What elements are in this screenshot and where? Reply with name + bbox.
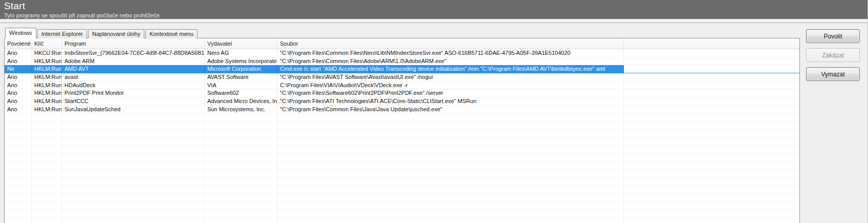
table-row-selected[interactable]: Ne HKLM:Run AMD AVT Microsoft Corporatio… xyxy=(5,65,799,73)
empty-cell xyxy=(5,186,32,194)
empty-cell xyxy=(624,194,799,201)
cell-file: C:\Program Files\VIA\VIAudioi\VDeck\VDec… xyxy=(277,82,624,89)
empty-cell xyxy=(205,186,277,194)
empty-cell xyxy=(5,146,32,153)
empty-table-row xyxy=(5,138,799,146)
vymazat-button[interactable]: Vymazat xyxy=(806,67,860,81)
table-header-row: Povolené Klíč Program Vydavatel Soubor xyxy=(5,38,799,49)
cell-publisher: Nero AG xyxy=(205,49,277,57)
empty-cell xyxy=(5,178,32,186)
table-row[interactable]: Ano HKLM:Run Adobe ARM Adobe Systems Inc… xyxy=(5,57,799,66)
empty-cell xyxy=(32,130,62,137)
empty-table-row xyxy=(5,186,799,194)
cell-file: "C:\Program Files\Common Files\Adobe\ARM… xyxy=(277,57,624,65)
empty-cell xyxy=(624,154,799,161)
empty-cell xyxy=(205,138,277,146)
empty-cell xyxy=(5,154,32,161)
cell-key: HKLM:Run xyxy=(32,97,62,105)
empty-cell xyxy=(277,121,624,129)
empty-cell xyxy=(624,162,799,170)
tab-scheduled-tasks[interactable]: Naplánované úlohy xyxy=(88,29,144,38)
empty-cell xyxy=(62,194,205,201)
cell-file: "C:\Program Files\Common Files\Java\Java… xyxy=(277,106,624,113)
cell-program: Adobe ARM xyxy=(62,57,205,65)
empty-cell xyxy=(277,130,624,137)
cell-file: "C:\Program Files\AVAST Software\Avast\a… xyxy=(277,73,624,81)
cell-program: HDAudDeck xyxy=(62,82,205,89)
empty-cell xyxy=(5,162,32,170)
cell-publisher: Adobe Systems Incorporated xyxy=(205,57,277,65)
empty-cell xyxy=(624,114,799,121)
cell-enabled: Ano xyxy=(5,82,32,89)
empty-cell xyxy=(624,130,799,137)
tab-context-menu[interactable]: Kontextové menu xyxy=(145,29,198,38)
empty-table-row xyxy=(5,202,799,210)
zakazat-button[interactable]: Zakázat xyxy=(806,48,860,62)
column-header-enabled[interactable]: Povolené xyxy=(5,38,32,49)
empty-cell xyxy=(277,170,624,177)
cell-publisher: Software602 xyxy=(205,89,277,97)
empty-cell xyxy=(62,210,205,218)
povolit-button[interactable]: Povolit xyxy=(806,29,860,43)
cell-program: SunJavaUpdateSched xyxy=(62,106,205,113)
column-header-key[interactable]: Klíč xyxy=(32,38,62,49)
empty-cell xyxy=(62,218,205,223)
column-header-file[interactable]: Soubor xyxy=(277,38,624,49)
cell-blank xyxy=(624,65,799,73)
tab-strip: Windows Internet Explorer Naplánované úl… xyxy=(5,28,199,38)
table-row[interactable]: Ano HKLM:Run HDAudDeck VIA C:\Program Fi… xyxy=(5,82,799,90)
table-row[interactable]: Ano HKLM:Run avast AVAST Software "C:\Pr… xyxy=(5,73,799,82)
empty-cell xyxy=(5,130,32,137)
empty-cell xyxy=(32,186,62,194)
empty-cell xyxy=(205,114,277,121)
empty-rows-area xyxy=(5,114,799,223)
tab-windows[interactable]: Windows xyxy=(5,28,36,38)
empty-cell xyxy=(277,138,624,146)
cell-key: HKLM:Run xyxy=(32,82,62,89)
cell-key: HKLM:Run xyxy=(32,89,62,97)
empty-cell xyxy=(277,146,624,153)
column-header-program[interactable]: Program xyxy=(62,38,205,49)
cell-enabled: Ano xyxy=(5,106,32,113)
empty-cell xyxy=(5,218,32,223)
empty-cell xyxy=(32,202,62,210)
cell-publisher: AVAST Software xyxy=(205,73,277,81)
tab-internet-explorer[interactable]: Internet Explorer xyxy=(37,29,87,38)
cell-blank xyxy=(624,73,799,81)
empty-table-row xyxy=(5,154,799,162)
empty-cell xyxy=(205,130,277,137)
empty-table-row xyxy=(5,170,799,178)
empty-cell xyxy=(205,154,277,161)
empty-cell xyxy=(62,162,205,170)
empty-cell xyxy=(62,138,205,146)
cell-key: HKLM:Run xyxy=(32,57,62,65)
table-row[interactable]: Ano HKLM:Run StartCCC Advanced Micro Dev… xyxy=(5,97,799,106)
empty-cell xyxy=(205,121,277,129)
empty-cell xyxy=(624,210,799,218)
table-row[interactable]: Ano HKLM:Run Print2PDF Print Monitor Sof… xyxy=(5,89,799,97)
table-row[interactable]: Ano HKLM:Run SunJavaUpdateSched Sun Micr… xyxy=(5,106,799,114)
empty-cell xyxy=(5,210,32,218)
empty-cell xyxy=(277,194,624,201)
cell-program: StartCCC xyxy=(62,97,205,105)
table-row[interactable]: Ano HKCU:Run IndxStoreSvr_{79662E04-7C6C… xyxy=(5,49,799,57)
cell-key: HKCU:Run xyxy=(32,49,62,57)
empty-cell xyxy=(205,178,277,186)
cell-blank xyxy=(624,89,799,97)
empty-cell xyxy=(205,194,277,201)
empty-cell xyxy=(62,178,205,186)
cell-program: IndxStoreSvr_{79662E04-7C6C-4d9f-84C7-88… xyxy=(62,49,205,57)
empty-table-row xyxy=(5,218,799,223)
column-header-blank xyxy=(624,38,799,49)
empty-cell xyxy=(32,210,62,218)
empty-cell xyxy=(205,210,277,218)
cell-blank xyxy=(624,82,799,89)
cell-program: Print2PDF Print Monitor xyxy=(62,89,205,97)
empty-cell xyxy=(62,170,205,177)
empty-cell xyxy=(32,218,62,223)
cell-key: HKLM:Run xyxy=(32,65,62,73)
empty-cell xyxy=(624,146,799,153)
column-header-publisher[interactable]: Vydavatel xyxy=(205,38,277,49)
empty-cell xyxy=(277,162,624,170)
empty-cell xyxy=(5,170,32,177)
